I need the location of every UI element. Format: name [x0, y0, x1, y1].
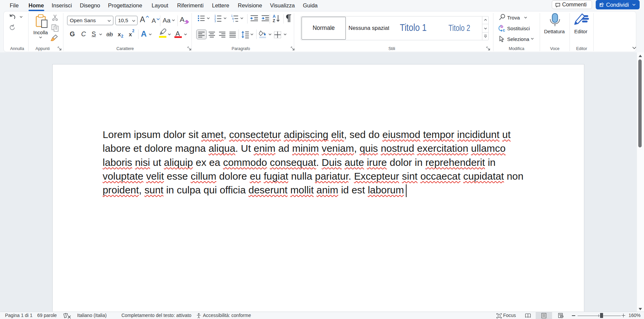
- svg-text:Z: Z: [273, 18, 275, 23]
- svg-text:3: 3: [214, 19, 216, 22]
- svg-text:i: i: [233, 19, 234, 22]
- svg-text:A: A: [273, 14, 276, 19]
- svg-text:c: c: [503, 28, 505, 33]
